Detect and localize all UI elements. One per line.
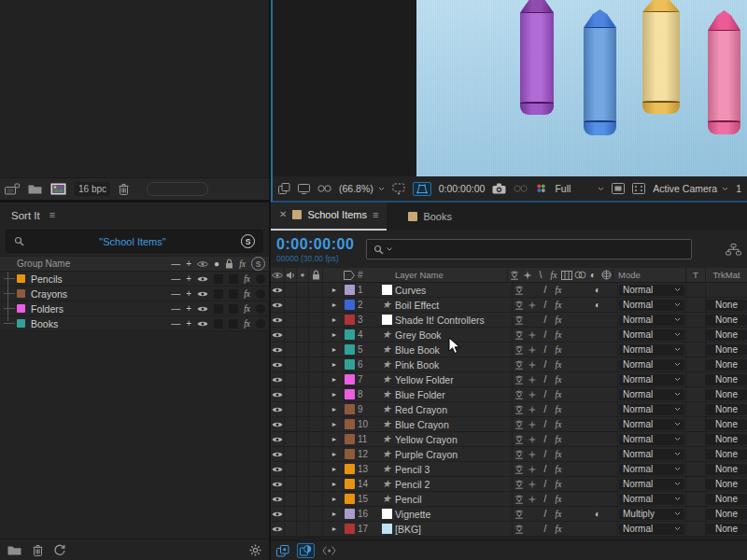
toggle-switches-icon[interactable] — [276, 545, 289, 557]
t-cell[interactable] — [685, 447, 706, 461]
layer-row-5[interactable]: ►5★Blue Book/fxNormalNone — [271, 343, 747, 357]
shy-toggle[interactable] — [513, 330, 526, 340]
blend-mode-dropdown[interactable]: Normal — [619, 344, 684, 356]
empty-toggle-slot[interactable] — [214, 289, 223, 299]
layer-name[interactable]: Yellow Crayon — [395, 432, 512, 446]
empty-toggle-slot[interactable] — [214, 274, 223, 284]
fx-toggle[interactable]: fx — [552, 405, 565, 414]
collapse-toggle[interactable] — [526, 405, 539, 414]
audio-toggle[interactable] — [285, 507, 297, 521]
layer-name[interactable]: Pencil 3 — [395, 462, 512, 476]
blend-mode-dropdown[interactable]: Multiply — [619, 509, 684, 520]
layer-row-4[interactable]: ►4★Grey Book/fxNormalNone — [271, 328, 747, 343]
t-cell[interactable] — [685, 328, 706, 342]
t-cell[interactable] — [685, 357, 706, 371]
quality-toggle[interactable]: / — [539, 329, 552, 340]
quality-toggle[interactable]: / — [539, 344, 552, 355]
fx-toggle[interactable]: fx — [552, 286, 565, 295]
blend-mode-dropdown[interactable]: Normal — [619, 315, 684, 326]
layer-row-13[interactable]: ►13★Pencil 3/fxNormalNone — [271, 462, 747, 477]
layer-row-16[interactable]: ►16Vignette/fx◐MultiplyNone — [271, 507, 747, 522]
collapse-toggle[interactable] — [526, 330, 539, 340]
collapse-toggle[interactable] — [526, 420, 539, 429]
layer-row-6[interactable]: ►6★Pink Book/fxNormalNone — [271, 357, 747, 372]
shy-toggle[interactable] — [513, 345, 526, 355]
trkmat-dropdown[interactable]: None — [706, 479, 747, 490]
t-cell[interactable] — [685, 283, 706, 297]
layer-row-11[interactable]: ►11★Yellow Crayon/fxNormalNone — [271, 432, 747, 447]
quality-toggle[interactable]: / — [539, 389, 552, 399]
blend-mode-dropdown[interactable]: Normal — [619, 419, 684, 430]
solo-toggle[interactable] — [297, 402, 309, 416]
fx-toggle[interactable]: fx — [552, 301, 565, 310]
label-color-swatch[interactable] — [341, 298, 358, 312]
fx-toggle[interactable]: fx — [552, 465, 565, 474]
panel-menu-icon[interactable]: ≡ — [49, 210, 55, 220]
expand-arrow-icon[interactable]: ► — [328, 432, 341, 446]
layer-name[interactable]: Vignette — [395, 507, 512, 521]
fx-toggle[interactable]: fx — [552, 480, 565, 489]
audio-toggle[interactable] — [285, 328, 297, 342]
trkmat-dropdown[interactable]: None — [706, 524, 747, 535]
current-time-block[interactable]: 0:00:00:00 00000 (30.00 fps) — [276, 236, 357, 263]
trkmat-dropdown[interactable]: None — [706, 315, 747, 326]
group-row-pencils[interactable]: Pencils—+fx — [0, 272, 269, 287]
blend-mode-dropdown[interactable]: Normal — [619, 494, 684, 505]
layer-row-10[interactable]: ►10★Blue Crayon/fxNormalNone — [271, 417, 747, 432]
new-folder-icon[interactable] — [28, 184, 42, 194]
layer-visibility-toggle[interactable] — [271, 357, 285, 371]
layer-name[interactable]: Blue Crayon — [395, 417, 512, 431]
label-color-swatch[interactable] — [341, 372, 358, 386]
layer-visibility-toggle[interactable] — [271, 462, 285, 476]
empty-toggle-slot[interactable] — [229, 319, 238, 329]
label-color-swatch[interactable] — [341, 522, 358, 536]
layer-visibility-toggle[interactable] — [271, 522, 285, 536]
trkmat-dropdown[interactable]: None — [706, 404, 747, 415]
solo-toggle[interactable] — [297, 372, 309, 386]
solo-toggle[interactable] — [297, 387, 309, 401]
layer-row-15[interactable]: ►15★Pencil/fxNormalNone — [271, 492, 747, 507]
trkmat-dropdown[interactable]: None — [706, 434, 747, 445]
t-cell[interactable] — [685, 402, 706, 416]
solo-toggle[interactable] — [297, 417, 309, 431]
shy-toggle[interactable] — [513, 525, 526, 534]
expand-arrow-icon[interactable]: ► — [328, 462, 341, 476]
add-group-icon[interactable]: + — [186, 303, 191, 314]
shy-toggle[interactable] — [513, 405, 526, 414]
expand-arrow-icon[interactable]: ► — [328, 387, 341, 401]
layer-name[interactable]: [BKG] — [395, 522, 512, 536]
quality-toggle[interactable]: / — [539, 419, 552, 429]
quality-toggle[interactable]: / — [539, 494, 552, 504]
add-group-icon[interactable]: + — [186, 318, 191, 329]
quality-toggle[interactable]: / — [539, 479, 552, 489]
eye-icon[interactable] — [197, 305, 208, 313]
solo-toggle[interactable] — [297, 298, 309, 312]
mode-column-header[interactable]: Mode — [613, 268, 685, 282]
composition-image[interactable] — [416, 0, 747, 176]
toggle-modes-icon[interactable] — [297, 543, 315, 558]
layer-name[interactable]: Purple Crayon — [395, 447, 512, 461]
layer-visibility-toggle[interactable] — [271, 372, 285, 386]
audio-toggle[interactable] — [285, 402, 297, 416]
layer-row-8[interactable]: ►8★Blue Folder/fxNormalNone — [271, 387, 747, 402]
camera-view-dropdown[interactable]: Active Camera — [653, 183, 728, 194]
layer-visibility-toggle[interactable] — [271, 492, 285, 506]
lock-toggle[interactable] — [309, 298, 323, 312]
remove-group-icon[interactable]: — — [171, 273, 180, 284]
t-cell[interactable] — [685, 492, 706, 506]
channel-settings-icon[interactable] — [535, 183, 547, 194]
audio-toggle[interactable] — [285, 283, 297, 297]
quality-toggle[interactable]: / — [539, 315, 552, 325]
lock-toggle[interactable] — [309, 477, 323, 491]
t-cell[interactable] — [685, 462, 706, 476]
label-color-swatch[interactable] — [341, 283, 358, 297]
quality-toggle[interactable]: / — [539, 464, 552, 474]
lock-toggle[interactable] — [309, 387, 323, 401]
empty-toggle-slot[interactable] — [229, 304, 238, 314]
add-group-icon[interactable]: + — [186, 259, 191, 269]
layer-visibility-toggle[interactable] — [271, 328, 285, 342]
trash-icon[interactable] — [119, 183, 129, 195]
solo-toggle[interactable] — [297, 462, 309, 476]
search-options-chevron-icon[interactable] — [387, 247, 392, 251]
solo-toggle[interactable] — [297, 283, 309, 297]
